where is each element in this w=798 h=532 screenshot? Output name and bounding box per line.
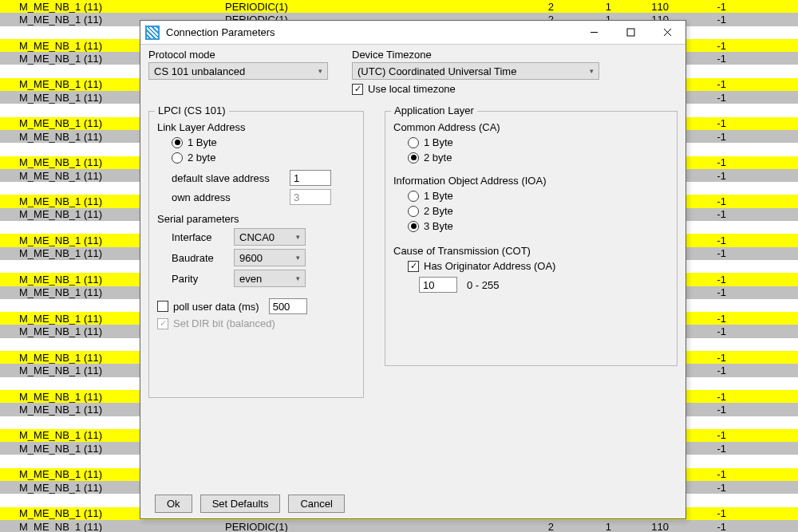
own-address-input — [290, 189, 331, 205]
chevron-down-icon: ▾ — [296, 274, 300, 282]
svg-rect-1 — [627, 29, 634, 36]
link-layer-2byte-radio[interactable] — [172, 152, 183, 164]
chevron-down-icon: ▾ — [318, 67, 322, 75]
interface-select[interactable]: CNCA0▾ — [234, 228, 306, 246]
link-layer-2byte-label: 2 byte — [188, 152, 215, 164]
set-dir-bit-checkbox — [157, 318, 168, 329]
ioa-2byte-radio[interactable] — [408, 206, 419, 217]
cot-title: Cause of Transmission (COT) — [393, 245, 669, 257]
use-local-timezone-label: Use local timezone — [368, 83, 456, 95]
default-slave-label: default slave address — [172, 172, 283, 184]
ioa-1byte-radio[interactable] — [408, 191, 419, 202]
protocol-mode-label: Protocol mode — [148, 49, 328, 61]
close-icon — [663, 28, 672, 37]
ok-button[interactable]: Ok — [155, 495, 192, 513]
chevron-down-icon: ▾ — [590, 67, 594, 75]
parity-label: Parity — [172, 273, 227, 285]
timezone-select[interactable]: (UTC) Coordinated Universal Time ▾ — [352, 62, 599, 80]
ioa-3byte-radio[interactable] — [408, 221, 419, 232]
connection-parameters-dialog: Connection Parameters Protocol mode CS 1… — [140, 20, 686, 519]
app-icon — [145, 26, 160, 40]
oa-range-label: 0 - 255 — [467, 279, 499, 291]
app-layer-title: Application Layer — [391, 104, 477, 116]
maximize-icon — [626, 28, 635, 37]
table-row: M_ME_NB_1 (11)PERIODIC(1)21110-1 — [0, 0, 798, 13]
parity-select[interactable]: even▾ — [234, 270, 306, 287]
link-layer-1byte-label: 1 Byte — [188, 136, 217, 148]
own-address-label: own address — [172, 191, 283, 203]
dialog-title: Connection Parameters — [166, 26, 275, 38]
poll-user-data-checkbox[interactable] — [157, 301, 168, 312]
use-local-timezone-checkbox[interactable] — [352, 84, 363, 95]
baudrate-select[interactable]: 9600▾ — [234, 249, 306, 266]
oa-value-input[interactable] — [419, 277, 457, 293]
set-dir-bit-label: Set DIR bit (balanced) — [173, 317, 275, 329]
link-layer-1byte-radio[interactable] — [172, 137, 183, 148]
table-row: M_ME_NB_1 (11)PERIODIC(1)21110-1 — [0, 520, 798, 532]
chevron-down-icon: ▾ — [296, 233, 300, 241]
ioa-title: Information Object Address (IOA) — [393, 175, 669, 187]
timezone-value: (UTC) Coordinated Universal Time — [358, 65, 516, 77]
baudrate-label: Baudrate — [172, 252, 227, 264]
chevron-down-icon: ▾ — [296, 254, 300, 262]
poll-user-data-label: poll user data (ms) — [173, 301, 259, 313]
minimize-button[interactable] — [575, 21, 612, 45]
set-defaults-button[interactable]: Set Defaults — [200, 495, 281, 513]
serial-params-title: Serial parameters — [157, 213, 355, 225]
ca-title: Common Address (CA) — [393, 121, 669, 133]
lpci-title: LPCI (CS 101) — [155, 104, 229, 116]
close-button[interactable] — [649, 21, 685, 45]
has-oa-label: Has Originator Address (OA) — [424, 260, 555, 272]
default-slave-input[interactable] — [290, 170, 331, 186]
poll-user-data-input[interactable] — [269, 298, 307, 314]
dialog-footer: Ok Set Defaults Cancel — [148, 489, 678, 518]
protocol-mode-value: CS 101 unbalanced — [154, 65, 245, 77]
titlebar: Connection Parameters — [140, 21, 685, 45]
minimize-icon — [590, 28, 598, 37]
timezone-label: Device Timezone — [352, 49, 678, 61]
maximize-button[interactable] — [612, 21, 649, 45]
link-layer-title: Link Layer Address — [157, 121, 355, 133]
interface-label: Interface — [172, 231, 227, 243]
cancel-button[interactable]: Cancel — [288, 495, 344, 513]
protocol-mode-select[interactable]: CS 101 unbalanced ▾ — [148, 62, 328, 80]
ca-1byte-radio[interactable] — [408, 137, 419, 148]
ca-2byte-radio[interactable] — [408, 152, 419, 164]
has-oa-checkbox[interactable] — [408, 261, 419, 272]
